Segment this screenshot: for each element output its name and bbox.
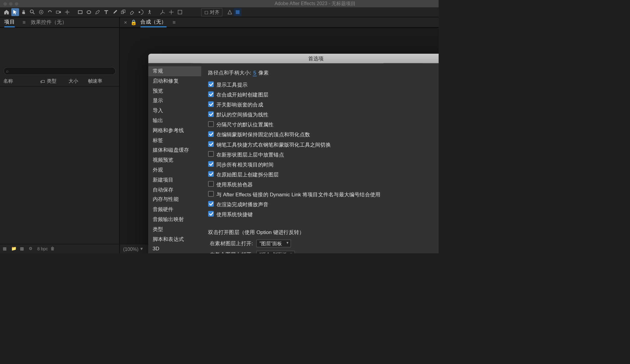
pref-checkbox-label-11: 与 After Effects 链接的 Dynamic Link 将项目文件名与… [216, 191, 381, 198]
pref-checkbox-7[interactable] [208, 151, 214, 157]
pref-checkbox-row-5[interactable]: 在编辑蒙版时保持固定的顶点和羽化点数 [208, 131, 439, 139]
open-comp-row: 在复合图层上打开: "源合成"面板 [210, 251, 439, 253]
path-handle-size-label: 路径点和手柄大小: [208, 69, 251, 77]
pref-checkbox-row-0[interactable]: 显示工具提示 [208, 81, 439, 89]
open-footage-label: 在素材图层上打开: [210, 240, 253, 247]
pref-category-新建项目[interactable]: 新建项目 [148, 175, 201, 185]
pref-checkbox-row-6[interactable]: 钢笔工具快捷方式在钢笔和蒙版羽化工具之间切换 [208, 141, 439, 149]
pref-category-常规[interactable]: 常规 [148, 66, 201, 76]
pref-category-媒体和磁盘缓存[interactable]: 媒体和磁盘缓存 [148, 145, 201, 155]
pref-category-音频硬件[interactable]: 音频硬件 [148, 204, 201, 214]
pref-category-外观[interactable]: 外观 [148, 165, 201, 175]
pref-checkbox-label-8: 同步所有相关项目的时间 [216, 161, 274, 169]
pref-checkbox-row-2[interactable]: 开关影响嵌套的合成 [208, 101, 439, 109]
pref-category-视频预览[interactable]: 视频预览 [148, 155, 201, 165]
pref-checkbox-row-11[interactable]: 与 After Effects 链接的 Dynamic Link 将项目文件名与… [208, 191, 439, 198]
pref-checkbox-11[interactable] [208, 191, 214, 197]
pref-checkbox-row-12[interactable]: 在渲染完成时播放声音 [208, 201, 439, 208]
dialog-sidebar: 常规启动和修复预览显示导入输出网格和参考线标签媒体和磁盘缓存视频预览外观新建项目… [148, 63, 201, 253]
pref-checkbox-label-1: 在合成开始时创建图层 [216, 91, 268, 99]
path-handle-size-value[interactable]: 5 [253, 70, 257, 76]
pref-checkbox-label-6: 钢笔工具快捷方式在钢笔和蒙版羽化工具之间切换 [216, 141, 331, 149]
pref-category-自动保存[interactable]: 自动保存 [148, 185, 201, 195]
pref-category-类型[interactable]: 类型 [148, 224, 201, 234]
pref-checkbox-label-2: 开关影响嵌套的合成 [216, 101, 263, 109]
pref-category-脚本和表达式[interactable]: 脚本和表达式 [148, 234, 201, 244]
dialog-overlay: 首选项 常规启动和修复预览显示导入输出网格和参考线标签媒体和磁盘缓存视频预览外观… [0, 0, 439, 253]
pref-checkbox-label-4: 分隔尺寸的默认位置属性 [216, 121, 274, 129]
preferences-dialog: 首选项 常规启动和修复预览显示导入输出网格和参考线标签媒体和磁盘缓存视频预览外观… [148, 54, 439, 253]
dialog-main: 确定 取消 上一步 下一步 路径点和手柄大小: 5 像素 显示工具提示在合成开始… [201, 63, 439, 253]
pref-checkbox-label-3: 默认的空间插值为线性 [216, 111, 268, 119]
pref-category-输出[interactable]: 输出 [148, 116, 201, 125]
pref-category-导入[interactable]: 导入 [148, 106, 201, 116]
pref-checkbox-3[interactable] [208, 111, 214, 117]
open-footage-select[interactable]: "图层"面板 [256, 239, 291, 247]
pref-checkbox-10[interactable] [208, 181, 214, 187]
pref-checkbox-6[interactable] [208, 141, 214, 147]
pref-checkbox-row-13[interactable]: 使用系统快捷键 [208, 210, 439, 218]
pref-checkbox-row-10[interactable]: 使用系统拾色器 [208, 181, 439, 188]
pref-checkbox-label-5: 在编辑蒙版时保持固定的顶点和羽化点数 [216, 131, 310, 139]
pref-checkbox-row-9[interactable]: 在原始图层上创建拆分图层 [208, 171, 439, 179]
pref-category-启动和修复[interactable]: 启动和修复 [148, 76, 201, 86]
pref-checkbox-12[interactable] [208, 201, 214, 207]
pref-category-预览[interactable]: 预览 [148, 86, 201, 96]
pref-checkbox-label-12: 在渲染完成时播放声音 [216, 201, 268, 208]
pref-checkbox-4[interactable] [208, 121, 214, 127]
pref-category-标签[interactable]: 标签 [148, 135, 201, 145]
dialog-title: 首选项 [148, 54, 439, 63]
pref-checkbox-row-3[interactable]: 默认的空间插值为线性 [208, 111, 439, 119]
pref-checkbox-label-10: 使用系统拾色器 [216, 181, 253, 188]
pref-checkbox-2[interactable] [208, 101, 214, 107]
pref-checkbox-row-1[interactable]: 在合成开始时创建图层 [208, 91, 439, 99]
pref-checkbox-label-0: 显示工具提示 [216, 81, 248, 89]
pref-checkbox-1[interactable] [208, 91, 214, 97]
pref-checkbox-label-9: 在原始图层上创建拆分图层 [216, 171, 279, 179]
pref-checkbox-5[interactable] [208, 131, 214, 137]
pref-checkbox-row-8[interactable]: 同步所有相关项目的时间 [208, 161, 439, 169]
pref-checkbox-8[interactable] [208, 161, 214, 167]
open-footage-row: 在素材图层上打开: "图层"面板 [210, 239, 439, 247]
path-handle-size-row: 路径点和手柄大小: 5 像素 [208, 69, 439, 77]
open-comp-select[interactable]: "源合成"面板 [256, 251, 295, 253]
pref-category-3D[interactable]: 3D [148, 244, 201, 253]
pref-checkbox-label-7: 在新形状图层上层中放置锚点 [216, 151, 284, 159]
pref-checkbox-row-4[interactable]: 分隔尺寸的默认位置属性 [208, 121, 439, 129]
open-comp-label: 在复合图层上打开: [210, 251, 253, 253]
pref-checkbox-label-13: 使用系统快捷键 [216, 210, 253, 218]
pref-category-显示[interactable]: 显示 [148, 96, 201, 106]
pref-category-内存与性能[interactable]: 内存与性能 [148, 195, 201, 204]
pref-checkbox-0[interactable] [208, 81, 214, 87]
path-handle-size-unit: 像素 [258, 69, 269, 77]
double-click-section-title: 双击打开图层（使用 Option 键进行反转） [208, 229, 439, 236]
pref-checkbox-9[interactable] [208, 171, 214, 177]
pref-category-音频输出映射[interactable]: 音频输出映射 [148, 214, 201, 224]
pref-category-网格和参考线[interactable]: 网格和参考线 [148, 125, 201, 135]
pref-checkbox-13[interactable] [208, 211, 214, 217]
pref-checkbox-row-7[interactable]: 在新形状图层上层中放置锚点 [208, 151, 439, 159]
